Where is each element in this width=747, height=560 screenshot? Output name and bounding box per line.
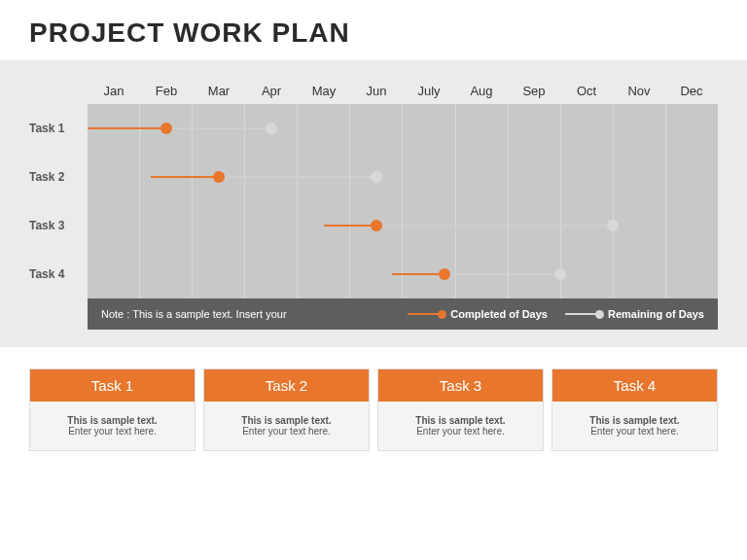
task-label: Task 4 — [29, 267, 88, 281]
month-label: Dec — [665, 78, 718, 104]
month-label: Nov — [613, 78, 665, 104]
card-header: Task 1 — [30, 369, 195, 402]
card-body: This is sample text.Enter your text here… — [378, 402, 543, 450]
completed-dot-icon — [160, 122, 172, 134]
completed-dot-icon — [213, 171, 225, 183]
task-row: Task 4 — [29, 250, 718, 298]
task-row: Task 1 — [29, 104, 718, 153]
card-header: Task 3 — [378, 369, 543, 402]
card-header: Task 2 — [204, 369, 369, 402]
remaining-dot-icon — [266, 122, 277, 134]
chart-legend: Note : This is a sample text. Insert you… — [88, 298, 718, 330]
card-body: This is sample text.Enter your text here… — [552, 402, 717, 450]
completed-dot-icon — [371, 220, 382, 231]
task-label: Task 1 — [29, 122, 88, 135]
month-axis: JanFebMarAprMayJunJulyAugSepOctNovDec — [88, 78, 718, 104]
remaining-dot-icon — [554, 268, 566, 280]
task-cards: Task 1This is sample text.Enter your tex… — [0, 347, 747, 469]
remaining-dot-icon — [371, 171, 382, 183]
legend-completed: Completed of Days — [408, 308, 548, 320]
completed-dot-icon — [439, 268, 450, 280]
task-row: Task 3 — [29, 201, 718, 250]
remaining-dot-icon — [607, 220, 619, 231]
task-row: Task 2 — [29, 153, 718, 201]
task-label: Task 3 — [29, 219, 88, 232]
month-label: May — [298, 78, 350, 104]
month-label: Oct — [560, 78, 613, 104]
month-label: Mar — [193, 78, 245, 104]
task-label: Task 2 — [29, 170, 88, 184]
page-title: PROJECT WORK PLAN — [0, 0, 747, 60]
legend-note: Note : This is a sample text. Insert you… — [101, 308, 390, 320]
month-label: Jan — [88, 78, 140, 104]
month-label: Apr — [245, 78, 298, 104]
card-body: This is sample text.Enter your text here… — [204, 402, 369, 450]
month-label: Aug — [455, 78, 508, 104]
month-label: July — [403, 78, 455, 104]
timeline-area: Task 1Task 2Task 3Task 4 — [88, 104, 718, 298]
month-label: Feb — [140, 78, 193, 104]
task-card: Task 4This is sample text.Enter your tex… — [551, 368, 718, 451]
gantt-chart: JanFebMarAprMayJunJulyAugSepOctNovDec Ta… — [0, 60, 747, 347]
month-label: Sep — [508, 78, 560, 104]
task-card: Task 1This is sample text.Enter your tex… — [29, 368, 196, 451]
month-label: Jun — [350, 78, 403, 104]
task-card: Task 3This is sample text.Enter your tex… — [377, 368, 544, 451]
task-card: Task 2This is sample text.Enter your tex… — [203, 368, 370, 451]
card-body: This is sample text.Enter your text here… — [30, 402, 195, 450]
legend-remaining: Remaining of Days — [565, 308, 704, 320]
card-header: Task 4 — [552, 369, 717, 402]
